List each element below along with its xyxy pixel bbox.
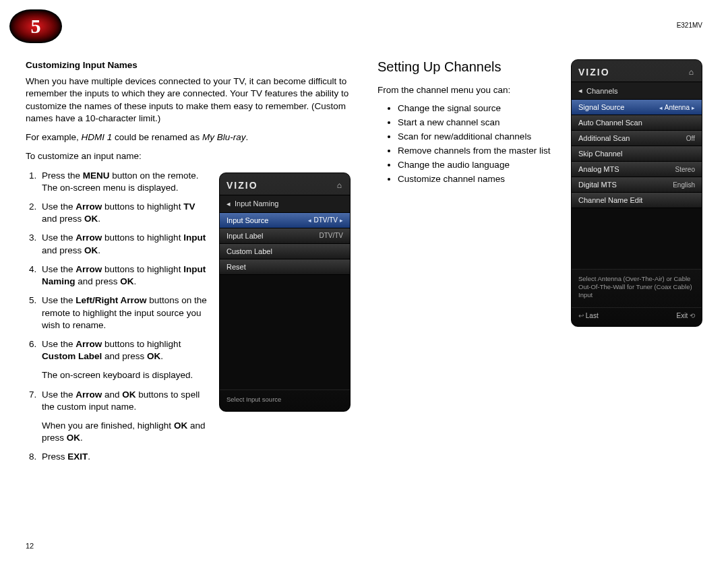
tv2-row-analog-mts: Analog MTSStereo <box>572 162 702 177</box>
left-example: For example, HDMI 1 could be renamed as … <box>26 131 351 144</box>
tv-menu-input-naming: VIZIO ⌂ ◂ Input Naming Input Source DTV/… <box>219 173 351 412</box>
bullet: Remove channels from the master list <box>398 146 559 156</box>
model-number: E321MV <box>677 22 702 29</box>
tv-menu-channels: VIZIO ⌂ ◂ Channels Signal Source Antenna… <box>571 59 702 327</box>
tv1-row-custom-label: Custom Label <box>220 244 350 259</box>
tv2-row-channel-name-edit: Channel Name Edit <box>572 193 702 208</box>
right-heading: Setting Up Channels <box>377 59 559 75</box>
bullet: Start a new channel scan <box>398 117 559 127</box>
bullet: Customize channel names <box>398 174 559 184</box>
step-2: Use the Arrow buttons to highlight TV an… <box>39 201 207 225</box>
tv2-row-skip-channel: Skip Channel <box>572 146 702 162</box>
page-number: 12 <box>26 542 34 550</box>
step-7: Use the Arrow and OK buttons to spell th… <box>39 389 207 445</box>
tv1-row-input-source: Input Source DTV/TV <box>220 213 350 228</box>
bullet: Change the audio language <box>398 160 559 170</box>
right-intro: From the channel menu you can: <box>377 84 559 96</box>
left-heading: Customizing Input Names <box>26 59 351 71</box>
steps-list: Press the MENU button on the remote. The… <box>39 170 207 464</box>
right-bullets: Change the signal source Start a new cha… <box>398 103 559 184</box>
tv2-breadcrumb: ◂ Channels <box>572 82 702 100</box>
chapter-badge: 5 <box>9 9 62 43</box>
tv1-hint: Select Input source <box>220 389 350 412</box>
left-intro: When you have multiple devices connected… <box>26 75 351 125</box>
tv1-row-reset: Reset <box>220 259 350 275</box>
tv1-brand: VIZIO <box>226 180 258 191</box>
tv1-breadcrumb: ◂ Input Naming <box>220 195 350 213</box>
back-arrow-icon: ◂ <box>578 86 582 95</box>
step-4: Use the Arrow buttons to highlight Input… <box>39 263 207 288</box>
tv2-row-signal-source: Signal Source Antenna <box>572 100 702 115</box>
exit-icon: ⟲ <box>690 312 695 319</box>
step-1: Press the MENU button on the remote. The… <box>39 170 207 194</box>
bullet: Scan for new/additional channels <box>398 131 559 142</box>
step-6: Use the Arrow buttons to highlight Custo… <box>39 338 207 382</box>
tv2-brand: VIZIO <box>578 67 610 77</box>
step-3: Use the Arrow buttons to highlight Input… <box>39 232 207 256</box>
tv2-footer: ↩ Last Exit ⟲ <box>572 307 702 326</box>
bullet: Change the signal source <box>398 103 559 113</box>
chapter-number: 5 <box>31 15 41 38</box>
tv1-row-input-label: Input Label DTV/TV <box>220 228 350 244</box>
return-icon: ↩ <box>578 312 584 319</box>
tv2-row-digital-mts: Digital MTSEnglish <box>572 177 702 193</box>
step-8: Press EXIT. <box>39 451 207 463</box>
home-icon: ⌂ <box>337 181 343 190</box>
left-to-customize: To customize an input name: <box>26 150 351 162</box>
home-icon: ⌂ <box>689 67 695 77</box>
tv2-row-additional-scan: Additional ScanOff <box>572 131 702 146</box>
back-arrow-icon: ◂ <box>226 199 231 208</box>
tv2-hint: Select Antenna (Over-The-Air) or Cable O… <box>572 269 702 307</box>
tv2-row-auto-scan: Auto Channel Scan <box>572 115 702 131</box>
step-5: Use the Left/Right Arrow buttons on the … <box>39 294 207 332</box>
